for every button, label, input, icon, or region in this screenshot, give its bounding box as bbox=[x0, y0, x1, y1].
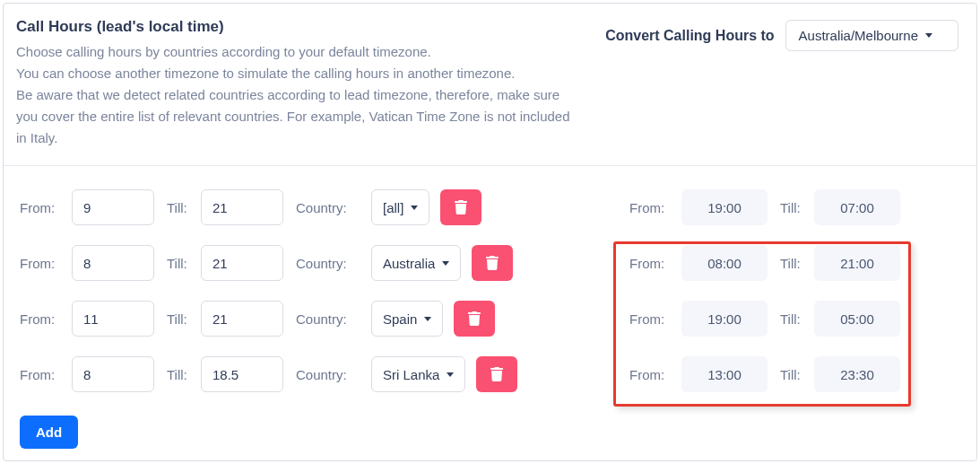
till-label: Till: bbox=[167, 367, 192, 382]
from-label: From: bbox=[20, 256, 63, 271]
country-select[interactable]: Sri Lanka bbox=[371, 356, 465, 392]
trash-icon bbox=[485, 256, 499, 270]
chevron-down-icon bbox=[442, 261, 449, 266]
converted-till-value: 21:00 bbox=[814, 245, 900, 281]
rule-row: From: Till: Country: [all] bbox=[20, 189, 594, 225]
from-input[interactable] bbox=[72, 245, 154, 281]
till-label: Till: bbox=[167, 200, 192, 215]
rule-row: From: Till: Country: Spain bbox=[20, 301, 594, 337]
converted-row: From: 13:00 Till: 23:30 bbox=[629, 356, 958, 392]
rule-row: From: Till: Country: Australia bbox=[20, 245, 594, 281]
country-value: Spain bbox=[383, 311, 417, 327]
timezone-value: Australia/Melbourne bbox=[799, 28, 918, 43]
delete-rule-button[interactable] bbox=[472, 245, 513, 281]
till-input[interactable] bbox=[201, 189, 283, 225]
from-label: From: bbox=[629, 311, 672, 327]
trash-icon bbox=[467, 311, 481, 326]
description: Choose calling hours by countries accord… bbox=[16, 41, 572, 149]
till-label: Till: bbox=[167, 256, 192, 271]
desc-line-2: You can choose another timezone to simul… bbox=[16, 63, 572, 84]
country-value: Sri Lanka bbox=[383, 367, 439, 382]
from-label: From: bbox=[20, 200, 63, 215]
till-label: Till: bbox=[780, 256, 805, 271]
chevron-down-icon bbox=[925, 33, 932, 38]
country-value: Australia bbox=[383, 256, 435, 271]
converted-till-value: 07:00 bbox=[814, 189, 900, 225]
from-label: From: bbox=[629, 256, 672, 271]
converted-from-value: 19:00 bbox=[681, 301, 768, 337]
converted-from-value: 19:00 bbox=[681, 189, 768, 225]
till-input[interactable] bbox=[201, 301, 283, 337]
desc-line-1: Choose calling hours by countries accord… bbox=[16, 41, 572, 63]
from-label: From: bbox=[629, 367, 672, 382]
header-right: Convert Calling Hours to Australia/Melbo… bbox=[605, 18, 958, 51]
rule-row: From: Till: Country: Sri Lanka bbox=[20, 356, 594, 392]
chevron-down-icon bbox=[411, 206, 418, 210]
from-input[interactable] bbox=[72, 189, 154, 225]
page-title: Call Hours (lead's local time) bbox=[16, 18, 605, 36]
converted-row: From: 08:00 Till: 21:00 bbox=[629, 245, 958, 281]
converted-row: From: 19:00 Till: 07:00 bbox=[629, 189, 958, 225]
converted-till-value: 05:00 bbox=[814, 301, 900, 337]
country-label: Country: bbox=[296, 367, 353, 382]
country-select[interactable]: [all] bbox=[371, 189, 429, 225]
header-row: Call Hours (lead's local time) Choose ca… bbox=[4, 4, 976, 149]
converted-from-value: 13:00 bbox=[681, 356, 768, 392]
call-hours-panel: Call Hours (lead's local time) Choose ca… bbox=[3, 3, 977, 461]
add-button[interactable]: Add bbox=[20, 416, 78, 449]
from-label: From: bbox=[20, 367, 63, 382]
country-label: Country: bbox=[296, 256, 353, 271]
country-select[interactable]: Spain bbox=[371, 301, 443, 337]
country-label: Country: bbox=[296, 311, 353, 327]
trash-icon bbox=[454, 200, 468, 214]
country-value: [all] bbox=[383, 200, 403, 215]
from-label: From: bbox=[629, 200, 672, 215]
from-label: From: bbox=[20, 311, 63, 327]
country-label: Country: bbox=[296, 200, 353, 215]
delete-rule-button[interactable] bbox=[440, 189, 481, 225]
trash-icon bbox=[490, 367, 504, 381]
converted-from-value: 08:00 bbox=[681, 245, 768, 281]
till-input[interactable] bbox=[201, 245, 283, 281]
till-label: Till: bbox=[780, 311, 805, 327]
convert-label: Convert Calling Hours to bbox=[605, 28, 774, 44]
chevron-down-icon bbox=[424, 317, 431, 321]
rules-column: From: Till: Country: [all] From: Till: bbox=[20, 189, 594, 449]
from-input[interactable] bbox=[72, 356, 154, 392]
till-label: Till: bbox=[780, 200, 805, 215]
till-label: Till: bbox=[780, 367, 805, 382]
header-left: Call Hours (lead's local time) Choose ca… bbox=[16, 18, 605, 149]
till-input[interactable] bbox=[201, 356, 283, 392]
till-label: Till: bbox=[167, 311, 192, 327]
converted-column: From: 19:00 Till: 07:00 From: 08:00 Till… bbox=[629, 189, 958, 449]
body-row: From: Till: Country: [all] From: Till: bbox=[4, 166, 976, 449]
chevron-down-icon bbox=[447, 372, 454, 377]
delete-rule-button[interactable] bbox=[454, 301, 495, 337]
desc-line-3: Be aware that we detect related countrie… bbox=[16, 84, 572, 149]
converted-row: From: 19:00 Till: 05:00 bbox=[629, 301, 958, 337]
timezone-select[interactable]: Australia/Melbourne bbox=[785, 20, 958, 51]
converted-till-value: 23:30 bbox=[814, 356, 900, 392]
country-select[interactable]: Australia bbox=[371, 245, 461, 281]
from-input[interactable] bbox=[72, 301, 154, 337]
delete-rule-button[interactable] bbox=[476, 356, 517, 392]
